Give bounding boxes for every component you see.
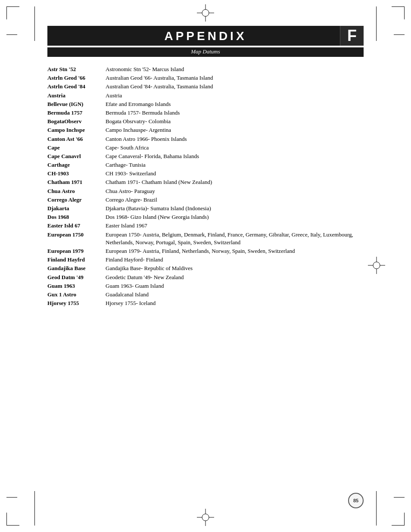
- table-row: Astrln Geod '84Australian Geod '84- Aust…: [47, 83, 364, 90]
- datum-value: European 1979- Austria, Finland, Netherl…: [106, 247, 364, 255]
- table-row: Hjorsey 1755Hjorsey 1755- Iceland: [47, 299, 364, 307]
- table-row: Chatham 1971Chatham 1971- Chatham Island…: [47, 178, 364, 186]
- corner-mark-top-right: [392, 6, 405, 19]
- datum-value: Easter Island 1967: [106, 222, 364, 230]
- table-row: Dos 1968Dos 1968- Gizo Island (New Georg…: [47, 213, 364, 221]
- corner-mark-bottom-left: [6, 513, 19, 526]
- side-mark-left-bottom: [6, 497, 17, 498]
- page-number-circle: 85: [348, 493, 364, 508]
- datum-key: Hjorsey 1755: [47, 299, 106, 307]
- datum-key: Finland Hayfrd: [47, 256, 106, 264]
- table-row: European 1750European 1750- Austria, Bel…: [47, 231, 364, 246]
- datum-value: Chua Astro- Paraguay: [106, 187, 364, 195]
- table-row: Gandajika BaseGandajika Base- Republic o…: [47, 264, 364, 272]
- datum-key: Djakarta: [47, 205, 106, 212]
- datum-value: Bermuda 1757- Bermuda Islands: [106, 109, 364, 117]
- datum-value: Hjorsey 1755- Iceland: [106, 299, 364, 307]
- table-row: DjakartaDjakarta (Batavia)- Sumatra Isla…: [47, 205, 364, 212]
- datum-value: Efate and Erromango Islands: [106, 100, 364, 108]
- table-row: Canton Ast '66Canton Astro 1966- Phoenix…: [47, 135, 364, 143]
- table-row: Guam 1963Guam 1963- Guam Island: [47, 282, 364, 290]
- side-mark-right-bottom: [394, 497, 405, 498]
- datum-value: Djakarta (Batavia)- Sumatra Island (Indo…: [106, 205, 364, 212]
- datum-value: Astronomic Stn '52- Marcus Island: [106, 65, 364, 73]
- datum-value: Geodetic Datum '49- New Zealand: [106, 274, 364, 281]
- side-mark-left-top: [6, 34, 17, 35]
- crosshair-bottom: [197, 509, 214, 528]
- datum-key: Canton Ast '66: [47, 135, 106, 143]
- appendix-subtitle: Map Datums: [47, 47, 364, 57]
- datum-value: European 1750- Austria, Belgium, Denmark…: [106, 231, 364, 246]
- corner-mark-top-left: [6, 6, 19, 19]
- table-row: Astrln Geod '66Australian Geod '66- Aust…: [47, 74, 364, 82]
- datum-key: Astrln Geod '66: [47, 74, 106, 82]
- datum-table: Astr Stn '52Astronomic Stn '52- Marcus I…: [47, 65, 364, 307]
- datum-value: Cape- South Africa: [106, 144, 364, 152]
- datum-key: Campo Inchspe: [47, 126, 106, 134]
- svg-point-5: [202, 514, 209, 521]
- datum-value: Guam 1963- Guam Island: [106, 282, 364, 290]
- datum-value: Campo Inchauspe- Argentina: [106, 126, 364, 134]
- page: APPENDIX F Map Datums Astr Stn '52Astron…: [0, 0, 411, 532]
- datum-key: Bellevue (IGN): [47, 100, 106, 108]
- crosshair-right: [368, 257, 385, 276]
- datum-key: Chua Astro: [47, 187, 106, 195]
- table-row: Bermuda 1757Bermuda 1757- Bermuda Island…: [47, 109, 364, 117]
- corner-mark-bottom-right: [392, 513, 405, 526]
- datum-key: Gux 1 Astro: [47, 291, 106, 299]
- datum-value: Cape Canaveral- Florida, Bahama Islands: [106, 152, 364, 160]
- table-row: CarthageCarthage- Tunisia: [47, 161, 364, 169]
- vline-left-bottom: [34, 491, 35, 526]
- svg-point-10: [373, 262, 380, 269]
- datum-key: Cape Canavrl: [47, 152, 106, 160]
- datum-key: Carthage: [47, 161, 106, 169]
- datum-key: Cape: [47, 144, 106, 152]
- table-row: AustriaAustria: [47, 92, 364, 100]
- table-row: Gux 1 AstroGuadalcanal Island: [47, 291, 364, 299]
- vline-left-top: [34, 6, 35, 41]
- datum-value: Australian Geod '84- Australia, Tasmania…: [106, 83, 364, 90]
- datum-key: Guam 1963: [47, 282, 106, 290]
- crosshair-top: [197, 4, 214, 23]
- table-row: Finland HayfrdFinland Hayford- Finland: [47, 256, 364, 264]
- appendix-letter: F: [340, 26, 364, 46]
- datum-value: CH 1903- Switzerland: [106, 170, 364, 177]
- vline-right-top: [376, 6, 377, 41]
- datum-key: Astrln Geod '84: [47, 83, 106, 90]
- datum-key: BogataObserv: [47, 118, 106, 125]
- table-row: Cape CanavrlCape Canaveral- Florida, Bah…: [47, 152, 364, 160]
- datum-key: European 1750: [47, 231, 106, 239]
- datum-value: Canton Astro 1966- Phoenix Islands: [106, 135, 364, 143]
- table-row: Easter Isld 67Easter Island 1967: [47, 222, 364, 230]
- datum-key: Bermuda 1757: [47, 109, 106, 117]
- datum-key: CH-1903: [47, 170, 106, 177]
- datum-value: Bogata Obsrvatry- Colombia: [106, 118, 364, 125]
- table-row: Campo InchspeCampo Inchauspe- Argentina: [47, 126, 364, 134]
- datum-key: Dos 1968: [47, 213, 106, 221]
- datum-value: Carthage- Tunisia: [106, 161, 364, 169]
- svg-point-0: [202, 9, 209, 16]
- side-mark-right-top: [394, 34, 405, 35]
- datum-key: Geod Datm '49: [47, 274, 106, 281]
- datum-value: Corrego Alegre- Brazil: [106, 196, 364, 204]
- table-row: Bellevue (IGN)Efate and Erromango Island…: [47, 100, 364, 108]
- datum-value: Chatham 1971- Chatham Island (New Zealan…: [106, 178, 364, 186]
- datum-value: Guadalcanal Island: [106, 291, 364, 299]
- datum-key: Gandajika Base: [47, 264, 106, 272]
- table-row: Geod Datm '49Geodetic Datum '49- New Zea…: [47, 274, 364, 281]
- datum-value: Austria: [106, 92, 364, 100]
- datum-value: Gandajika Base- Republic of Maldives: [106, 264, 364, 272]
- table-row: CH-1903CH 1903- Switzerland: [47, 170, 364, 177]
- datum-key: Easter Isld 67: [47, 222, 106, 230]
- table-row: Astr Stn '52Astronomic Stn '52- Marcus I…: [47, 65, 364, 73]
- datum-value: Finland Hayford- Finland: [106, 256, 364, 264]
- table-row: CapeCape- South Africa: [47, 144, 364, 152]
- table-row: Chua AstroChua Astro- Paraguay: [47, 187, 364, 195]
- vline-right-bottom: [376, 491, 377, 526]
- datum-key: Corrego Alegr: [47, 196, 106, 204]
- page-number-container: 85: [348, 493, 364, 508]
- datum-key: Astr Stn '52: [47, 65, 106, 73]
- datum-key: Austria: [47, 92, 106, 100]
- table-row: BogataObservBogata Obsrvatry- Colombia: [47, 118, 364, 125]
- datum-value: Dos 1968- Gizo Island (New Georgia Islan…: [106, 213, 364, 221]
